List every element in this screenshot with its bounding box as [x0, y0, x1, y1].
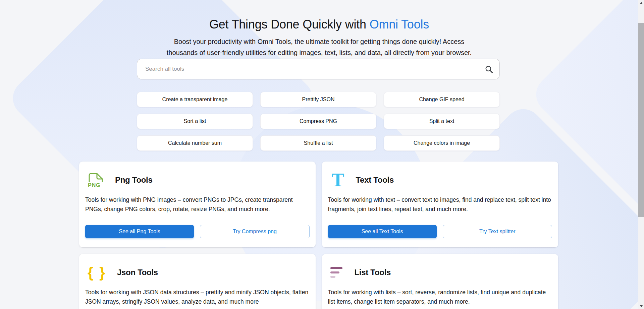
quick-tool-split-a-text[interactable]: Split a text — [384, 114, 500, 129]
brand-name: Omni Tools — [370, 17, 429, 31]
search-icon[interactable] — [478, 59, 499, 79]
card-text-tools: T Text Tools Tools for working with text… — [322, 162, 558, 247]
json-braces-icon: { } — [88, 264, 107, 281]
card-png-header: PNG Png Tools — [88, 170, 153, 190]
list-line-mid — [330, 271, 339, 273]
main-content: Get Things Done Quickly with Omni Tools … — [0, 0, 638, 309]
search-bar — [137, 59, 500, 79]
card-list-tools: List Tools Tools for working with lists … — [322, 254, 558, 309]
card-actions-text-tools: See all Text Tools Try Text splitter — [328, 225, 552, 238]
quick-tool-sort-a-list[interactable]: Sort a list — [137, 114, 253, 129]
card-text-header: T Text Tools — [330, 170, 394, 190]
search-input[interactable] — [137, 66, 478, 72]
list-lines-icon — [330, 267, 344, 278]
quick-tool-compress-png[interactable]: Compress PNG — [260, 114, 376, 129]
page-title: Get Things Done Quickly with Omni Tools — [0, 17, 638, 32]
card-png-tools: PNG Png Tools Tools for working with PNG… — [79, 162, 316, 247]
see-all-text-tools-button[interactable]: See all Text Tools — [328, 225, 437, 238]
card-actions-png-tools: See all Png Tools Try Compress png — [85, 225, 310, 238]
card-title-text-tools: Text Tools — [356, 175, 394, 185]
page-title-prefix: Get Things Done Quickly with — [209, 17, 370, 31]
try-text-splitter-button[interactable]: Try Text splitter — [443, 225, 552, 238]
card-description-png-tools: Tools for working with PNG images – conv… — [85, 195, 310, 214]
card-title-png-tools: Png Tools — [115, 175, 153, 185]
card-json-header: { } Json Tools — [88, 263, 158, 282]
list-line-dark — [330, 267, 342, 269]
card-title-list-tools: List Tools — [355, 268, 391, 277]
scrollbar-up-button[interactable] — [638, 0, 644, 6]
category-cards: PNG Png Tools Tools for working with PNG… — [79, 162, 558, 309]
see-all-png-tools-button[interactable]: See all Png Tools — [85, 225, 194, 238]
png-icon-label: PNG — [88, 182, 105, 188]
quick-tool-shuffle-a-list[interactable]: Shuffle a list — [260, 135, 376, 151]
quick-tool-calculate-number-sum[interactable]: Calculate number sum — [137, 135, 253, 151]
quick-tool-prettify-json[interactable]: Prettify JSON — [260, 92, 376, 107]
try-compress-png-button[interactable]: Try Compress png — [200, 225, 309, 238]
list-line-light — [330, 276, 335, 278]
quick-tool-change-gif-speed[interactable]: Change GIF speed — [384, 92, 500, 107]
card-description-text-tools: Tools for working with text – convert te… — [328, 195, 553, 214]
hero-subtitle-line2: thousands of user-friendly utilities for… — [0, 49, 638, 57]
quick-tool-create-transparent-image[interactable]: Create a transparent image — [137, 92, 253, 107]
card-json-tools: { } Json Tools Tools for working with JS… — [79, 254, 316, 309]
card-description-json-tools: Tools for working with JSON data structu… — [85, 288, 310, 306]
card-list-header: List Tools — [330, 263, 391, 282]
quick-tool-change-colors-in-image[interactable]: Change colors in image — [384, 135, 500, 151]
quick-tools-grid: Create a transparent image Prettify JSON… — [137, 92, 500, 151]
card-title-json-tools: Json Tools — [117, 268, 158, 277]
scrollbar-down-button[interactable] — [638, 303, 644, 309]
png-file-icon: PNG — [88, 172, 105, 188]
hero-subtitle-line1: Boost your productivity with Omni Tools,… — [0, 38, 638, 46]
arrow-down-icon — [640, 305, 643, 307]
scrollbar-thumb[interactable] — [638, 23, 644, 217]
text-t-icon: T — [330, 171, 346, 189]
arrow-up-icon — [640, 2, 643, 4]
card-description-list-tools: Tools for working with lists – sort, rev… — [328, 288, 553, 306]
vertical-scrollbar[interactable] — [638, 0, 644, 309]
